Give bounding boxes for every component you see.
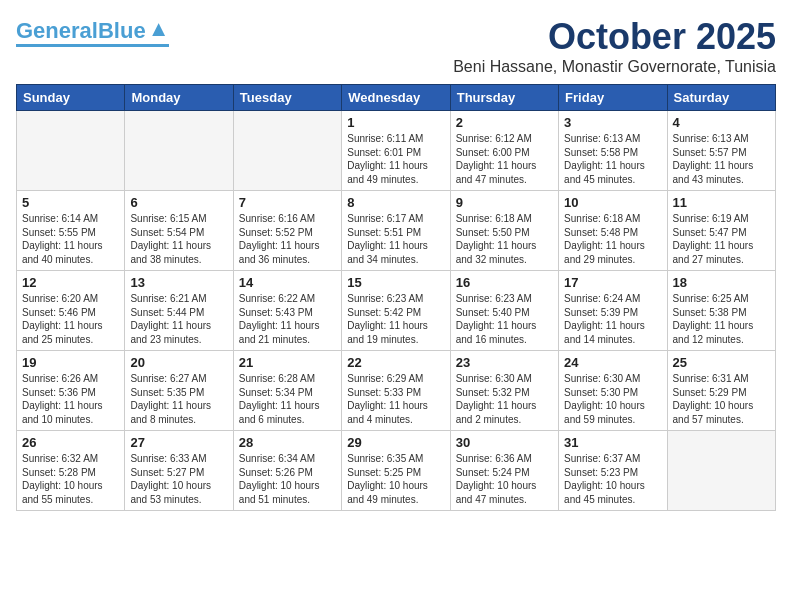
calendar-cell: 21Sunrise: 6:28 AM Sunset: 5:34 PM Dayli… [233,351,341,431]
logo: GeneralBlue ▲ [16,16,169,47]
day-info: Sunrise: 6:33 AM Sunset: 5:27 PM Dayligh… [130,452,227,506]
calendar-cell: 4Sunrise: 6:13 AM Sunset: 5:57 PM Daylig… [667,111,775,191]
logo-icon: ▲ [148,16,170,42]
calendar-cell: 27Sunrise: 6:33 AM Sunset: 5:27 PM Dayli… [125,431,233,511]
day-number: 8 [347,195,444,210]
day-number: 13 [130,275,227,290]
page-header: GeneralBlue ▲ October 2025 Beni Hassane,… [16,16,776,76]
day-info: Sunrise: 6:12 AM Sunset: 6:00 PM Dayligh… [456,132,553,186]
day-info: Sunrise: 6:13 AM Sunset: 5:58 PM Dayligh… [564,132,661,186]
calendar-week-5: 26Sunrise: 6:32 AM Sunset: 5:28 PM Dayli… [17,431,776,511]
day-number: 5 [22,195,119,210]
calendar-cell [17,111,125,191]
calendar-cell: 19Sunrise: 6:26 AM Sunset: 5:36 PM Dayli… [17,351,125,431]
day-info: Sunrise: 6:31 AM Sunset: 5:29 PM Dayligh… [673,372,770,426]
day-number: 19 [22,355,119,370]
day-info: Sunrise: 6:25 AM Sunset: 5:38 PM Dayligh… [673,292,770,346]
weekday-header-saturday: Saturday [667,85,775,111]
calendar-cell: 3Sunrise: 6:13 AM Sunset: 5:58 PM Daylig… [559,111,667,191]
day-info: Sunrise: 6:13 AM Sunset: 5:57 PM Dayligh… [673,132,770,186]
calendar-week-1: 1Sunrise: 6:11 AM Sunset: 6:01 PM Daylig… [17,111,776,191]
day-number: 22 [347,355,444,370]
calendar-cell: 26Sunrise: 6:32 AM Sunset: 5:28 PM Dayli… [17,431,125,511]
day-info: Sunrise: 6:23 AM Sunset: 5:42 PM Dayligh… [347,292,444,346]
day-number: 20 [130,355,227,370]
day-number: 9 [456,195,553,210]
logo-underline [16,44,169,47]
day-info: Sunrise: 6:37 AM Sunset: 5:23 PM Dayligh… [564,452,661,506]
day-number: 16 [456,275,553,290]
day-number: 29 [347,435,444,450]
weekday-header-wednesday: Wednesday [342,85,450,111]
calendar-cell: 22Sunrise: 6:29 AM Sunset: 5:33 PM Dayli… [342,351,450,431]
calendar-cell: 25Sunrise: 6:31 AM Sunset: 5:29 PM Dayli… [667,351,775,431]
day-number: 15 [347,275,444,290]
day-number: 6 [130,195,227,210]
day-number: 30 [456,435,553,450]
title-block: October 2025 Beni Hassane, Monastir Gove… [453,16,776,76]
weekday-header-sunday: Sunday [17,85,125,111]
calendar-cell: 28Sunrise: 6:34 AM Sunset: 5:26 PM Dayli… [233,431,341,511]
calendar-cell: 12Sunrise: 6:20 AM Sunset: 5:46 PM Dayli… [17,271,125,351]
day-info: Sunrise: 6:11 AM Sunset: 6:01 PM Dayligh… [347,132,444,186]
day-number: 21 [239,355,336,370]
day-info: Sunrise: 6:30 AM Sunset: 5:30 PM Dayligh… [564,372,661,426]
calendar-cell [125,111,233,191]
day-number: 31 [564,435,661,450]
calendar-cell [667,431,775,511]
calendar-cell: 17Sunrise: 6:24 AM Sunset: 5:39 PM Dayli… [559,271,667,351]
day-number: 12 [22,275,119,290]
calendar-cell: 31Sunrise: 6:37 AM Sunset: 5:23 PM Dayli… [559,431,667,511]
day-number: 18 [673,275,770,290]
calendar-cell: 9Sunrise: 6:18 AM Sunset: 5:50 PM Daylig… [450,191,558,271]
calendar-cell: 5Sunrise: 6:14 AM Sunset: 5:55 PM Daylig… [17,191,125,271]
logo-text: GeneralBlue [16,20,146,42]
day-info: Sunrise: 6:36 AM Sunset: 5:24 PM Dayligh… [456,452,553,506]
calendar-cell: 10Sunrise: 6:18 AM Sunset: 5:48 PM Dayli… [559,191,667,271]
calendar-cell: 24Sunrise: 6:30 AM Sunset: 5:30 PM Dayli… [559,351,667,431]
calendar-cell: 16Sunrise: 6:23 AM Sunset: 5:40 PM Dayli… [450,271,558,351]
day-number: 4 [673,115,770,130]
day-info: Sunrise: 6:14 AM Sunset: 5:55 PM Dayligh… [22,212,119,266]
calendar-cell: 8Sunrise: 6:17 AM Sunset: 5:51 PM Daylig… [342,191,450,271]
day-number: 23 [456,355,553,370]
calendar-cell: 13Sunrise: 6:21 AM Sunset: 5:44 PM Dayli… [125,271,233,351]
day-number: 11 [673,195,770,210]
day-info: Sunrise: 6:21 AM Sunset: 5:44 PM Dayligh… [130,292,227,346]
calendar-table: SundayMondayTuesdayWednesdayThursdayFrid… [16,84,776,511]
day-info: Sunrise: 6:32 AM Sunset: 5:28 PM Dayligh… [22,452,119,506]
calendar-cell: 2Sunrise: 6:12 AM Sunset: 6:00 PM Daylig… [450,111,558,191]
day-info: Sunrise: 6:15 AM Sunset: 5:54 PM Dayligh… [130,212,227,266]
day-number: 27 [130,435,227,450]
day-number: 14 [239,275,336,290]
calendar-cell: 20Sunrise: 6:27 AM Sunset: 5:35 PM Dayli… [125,351,233,431]
calendar-cell: 7Sunrise: 6:16 AM Sunset: 5:52 PM Daylig… [233,191,341,271]
weekday-header-tuesday: Tuesday [233,85,341,111]
day-info: Sunrise: 6:29 AM Sunset: 5:33 PM Dayligh… [347,372,444,426]
day-number: 3 [564,115,661,130]
calendar-body: 1Sunrise: 6:11 AM Sunset: 6:01 PM Daylig… [17,111,776,511]
day-info: Sunrise: 6:35 AM Sunset: 5:25 PM Dayligh… [347,452,444,506]
day-number: 1 [347,115,444,130]
day-info: Sunrise: 6:24 AM Sunset: 5:39 PM Dayligh… [564,292,661,346]
day-number: 24 [564,355,661,370]
logo-part2: Blue [98,18,146,43]
calendar-cell: 30Sunrise: 6:36 AM Sunset: 5:24 PM Dayli… [450,431,558,511]
day-number: 7 [239,195,336,210]
day-info: Sunrise: 6:20 AM Sunset: 5:46 PM Dayligh… [22,292,119,346]
logo-part1: General [16,18,98,43]
calendar-cell: 6Sunrise: 6:15 AM Sunset: 5:54 PM Daylig… [125,191,233,271]
calendar-cell [233,111,341,191]
location-title: Beni Hassane, Monastir Governorate, Tuni… [453,58,776,76]
day-number: 28 [239,435,336,450]
day-info: Sunrise: 6:22 AM Sunset: 5:43 PM Dayligh… [239,292,336,346]
calendar-cell: 29Sunrise: 6:35 AM Sunset: 5:25 PM Dayli… [342,431,450,511]
day-number: 25 [673,355,770,370]
day-info: Sunrise: 6:30 AM Sunset: 5:32 PM Dayligh… [456,372,553,426]
calendar-cell: 23Sunrise: 6:30 AM Sunset: 5:32 PM Dayli… [450,351,558,431]
weekday-header-row: SundayMondayTuesdayWednesdayThursdayFrid… [17,85,776,111]
month-title: October 2025 [453,16,776,58]
calendar-week-2: 5Sunrise: 6:14 AM Sunset: 5:55 PM Daylig… [17,191,776,271]
day-number: 26 [22,435,119,450]
day-info: Sunrise: 6:27 AM Sunset: 5:35 PM Dayligh… [130,372,227,426]
